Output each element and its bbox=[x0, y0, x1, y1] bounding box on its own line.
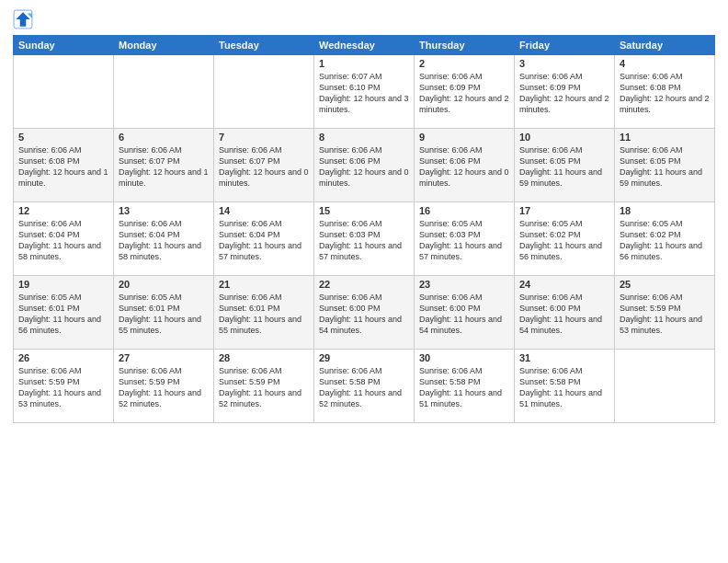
calendar-cell: 10Sunrise: 6:06 AM Sunset: 6:05 PM Dayli… bbox=[515, 129, 615, 202]
calendar-cell: 13Sunrise: 6:06 AM Sunset: 6:04 PM Dayli… bbox=[114, 202, 214, 276]
calendar-cell: 29Sunrise: 6:06 AM Sunset: 5:58 PM Dayli… bbox=[314, 350, 415, 423]
day-number: 23 bbox=[419, 279, 509, 290]
calendar-cell bbox=[114, 55, 214, 129]
day-number: 12 bbox=[18, 205, 108, 216]
day-info: Sunrise: 6:06 AM Sunset: 6:08 PM Dayligh… bbox=[620, 71, 710, 116]
day-info: Sunrise: 6:06 AM Sunset: 6:04 PM Dayligh… bbox=[18, 218, 108, 263]
day-info: Sunrise: 6:06 AM Sunset: 6:04 PM Dayligh… bbox=[219, 218, 309, 263]
day-number: 21 bbox=[219, 279, 309, 290]
day-info: Sunrise: 6:06 AM Sunset: 6:07 PM Dayligh… bbox=[219, 144, 309, 190]
day-info: Sunrise: 6:06 AM Sunset: 6:00 PM Dayligh… bbox=[319, 292, 409, 337]
day-info: Sunrise: 6:06 AM Sunset: 6:08 PM Dayligh… bbox=[18, 144, 108, 190]
day-number: 5 bbox=[18, 132, 108, 143]
calendar-cell: 28Sunrise: 6:06 AM Sunset: 5:59 PM Dayli… bbox=[214, 350, 314, 423]
logo bbox=[13, 9, 36, 29]
day-number: 2 bbox=[419, 58, 509, 69]
calendar-cell: 23Sunrise: 6:06 AM Sunset: 6:00 PM Dayli… bbox=[415, 276, 515, 350]
calendar-cell bbox=[14, 55, 114, 129]
calendar-cell: 30Sunrise: 6:06 AM Sunset: 5:58 PM Dayli… bbox=[415, 350, 515, 423]
day-info: Sunrise: 6:06 AM Sunset: 6:06 PM Dayligh… bbox=[419, 144, 509, 190]
calendar-cell: 21Sunrise: 6:06 AM Sunset: 6:01 PM Dayli… bbox=[214, 276, 314, 350]
weekday-header-row: SundayMondayTuesdayWednesdayThursdayFrid… bbox=[14, 36, 715, 55]
calendar-cell: 12Sunrise: 6:06 AM Sunset: 6:04 PM Dayli… bbox=[14, 202, 114, 276]
day-number: 26 bbox=[18, 352, 108, 363]
day-info: Sunrise: 6:06 AM Sunset: 6:04 PM Dayligh… bbox=[119, 218, 209, 263]
calendar-cell: 22Sunrise: 6:06 AM Sunset: 6:00 PM Dayli… bbox=[314, 276, 415, 350]
day-number: 24 bbox=[519, 279, 609, 290]
day-info: Sunrise: 6:06 AM Sunset: 6:05 PM Dayligh… bbox=[519, 144, 609, 190]
calendar-cell: 20Sunrise: 6:05 AM Sunset: 6:01 PM Dayli… bbox=[114, 276, 214, 350]
day-number: 18 bbox=[620, 205, 710, 216]
day-number: 1 bbox=[319, 58, 409, 69]
week-row-0: 1Sunrise: 6:07 AM Sunset: 6:10 PM Daylig… bbox=[14, 55, 715, 129]
calendar-cell: 15Sunrise: 6:06 AM Sunset: 6:03 PM Dayli… bbox=[314, 202, 415, 276]
day-info: Sunrise: 6:06 AM Sunset: 5:59 PM Dayligh… bbox=[219, 365, 309, 410]
day-info: Sunrise: 6:05 AM Sunset: 6:01 PM Dayligh… bbox=[18, 292, 108, 337]
day-info: Sunrise: 6:06 AM Sunset: 6:09 PM Dayligh… bbox=[419, 71, 509, 116]
day-number: 20 bbox=[119, 279, 209, 290]
day-info: Sunrise: 6:05 AM Sunset: 6:02 PM Dayligh… bbox=[519, 218, 609, 263]
day-info: Sunrise: 6:06 AM Sunset: 6:01 PM Dayligh… bbox=[219, 292, 309, 337]
calendar-cell: 3Sunrise: 6:06 AM Sunset: 6:09 PM Daylig… bbox=[515, 55, 615, 129]
logo-icon bbox=[13, 9, 33, 29]
weekday-tuesday: Tuesday bbox=[214, 36, 314, 55]
day-info: Sunrise: 6:06 AM Sunset: 5:59 PM Dayligh… bbox=[119, 365, 209, 410]
day-info: Sunrise: 6:05 AM Sunset: 6:03 PM Dayligh… bbox=[419, 218, 509, 263]
calendar-cell: 5Sunrise: 6:06 AM Sunset: 6:08 PM Daylig… bbox=[14, 129, 114, 202]
week-row-2: 12Sunrise: 6:06 AM Sunset: 6:04 PM Dayli… bbox=[14, 202, 715, 276]
header bbox=[13, 9, 715, 29]
day-number: 25 bbox=[620, 279, 710, 290]
day-info: Sunrise: 6:05 AM Sunset: 6:01 PM Dayligh… bbox=[119, 292, 209, 337]
day-info: Sunrise: 6:06 AM Sunset: 5:58 PM Dayligh… bbox=[419, 365, 509, 410]
day-info: Sunrise: 6:07 AM Sunset: 6:10 PM Dayligh… bbox=[319, 71, 409, 116]
day-info: Sunrise: 6:06 AM Sunset: 6:03 PM Dayligh… bbox=[319, 218, 409, 263]
calendar-cell: 18Sunrise: 6:05 AM Sunset: 6:02 PM Dayli… bbox=[615, 202, 715, 276]
day-info: Sunrise: 6:05 AM Sunset: 6:02 PM Dayligh… bbox=[620, 218, 710, 263]
weekday-monday: Monday bbox=[114, 36, 214, 55]
weekday-saturday: Saturday bbox=[615, 36, 715, 55]
day-info: Sunrise: 6:06 AM Sunset: 6:00 PM Dayligh… bbox=[419, 292, 509, 337]
weekday-wednesday: Wednesday bbox=[314, 36, 415, 55]
day-number: 4 bbox=[620, 58, 710, 69]
calendar-cell: 24Sunrise: 6:06 AM Sunset: 6:00 PM Dayli… bbox=[515, 276, 615, 350]
page: SundayMondayTuesdayWednesdayThursdayFrid… bbox=[0, 0, 728, 563]
day-number: 31 bbox=[519, 352, 609, 363]
day-info: Sunrise: 6:06 AM Sunset: 5:59 PM Dayligh… bbox=[620, 292, 710, 337]
calendar-cell: 1Sunrise: 6:07 AM Sunset: 6:10 PM Daylig… bbox=[314, 55, 415, 129]
day-number: 9 bbox=[419, 132, 509, 143]
day-number: 3 bbox=[519, 58, 609, 69]
calendar-cell: 19Sunrise: 6:05 AM Sunset: 6:01 PM Dayli… bbox=[14, 276, 114, 350]
calendar-cell: 14Sunrise: 6:06 AM Sunset: 6:04 PM Dayli… bbox=[214, 202, 314, 276]
calendar-cell bbox=[214, 55, 314, 129]
weekday-thursday: Thursday bbox=[415, 36, 515, 55]
calendar-cell: 6Sunrise: 6:06 AM Sunset: 6:07 PM Daylig… bbox=[114, 129, 214, 202]
day-info: Sunrise: 6:06 AM Sunset: 5:58 PM Dayligh… bbox=[319, 365, 409, 410]
week-row-4: 26Sunrise: 6:06 AM Sunset: 5:59 PM Dayli… bbox=[14, 350, 715, 423]
day-info: Sunrise: 6:06 AM Sunset: 6:09 PM Dayligh… bbox=[519, 71, 609, 116]
calendar-cell: 2Sunrise: 6:06 AM Sunset: 6:09 PM Daylig… bbox=[415, 55, 515, 129]
day-number: 17 bbox=[519, 205, 609, 216]
weekday-sunday: Sunday bbox=[14, 36, 114, 55]
day-number: 29 bbox=[319, 352, 409, 363]
calendar-cell: 16Sunrise: 6:05 AM Sunset: 6:03 PM Dayli… bbox=[415, 202, 515, 276]
day-info: Sunrise: 6:06 AM Sunset: 6:05 PM Dayligh… bbox=[620, 144, 710, 190]
week-row-3: 19Sunrise: 6:05 AM Sunset: 6:01 PM Dayli… bbox=[14, 276, 715, 350]
day-number: 13 bbox=[119, 205, 209, 216]
calendar-cell: 31Sunrise: 6:06 AM Sunset: 5:58 PM Dayli… bbox=[515, 350, 615, 423]
day-number: 8 bbox=[319, 132, 409, 143]
day-info: Sunrise: 6:06 AM Sunset: 6:00 PM Dayligh… bbox=[519, 292, 609, 337]
calendar-table: SundayMondayTuesdayWednesdayThursdayFrid… bbox=[13, 35, 715, 423]
day-number: 14 bbox=[219, 205, 309, 216]
day-number: 28 bbox=[219, 352, 309, 363]
day-number: 22 bbox=[319, 279, 409, 290]
day-number: 6 bbox=[119, 132, 209, 143]
day-info: Sunrise: 6:06 AM Sunset: 5:59 PM Dayligh… bbox=[18, 365, 108, 410]
calendar-cell: 7Sunrise: 6:06 AM Sunset: 6:07 PM Daylig… bbox=[214, 129, 314, 202]
week-row-1: 5Sunrise: 6:06 AM Sunset: 6:08 PM Daylig… bbox=[14, 129, 715, 202]
day-number: 27 bbox=[119, 352, 209, 363]
day-number: 19 bbox=[18, 279, 108, 290]
calendar-cell: 25Sunrise: 6:06 AM Sunset: 5:59 PM Dayli… bbox=[615, 276, 715, 350]
day-number: 15 bbox=[319, 205, 409, 216]
day-number: 7 bbox=[219, 132, 309, 143]
day-number: 30 bbox=[419, 352, 509, 363]
